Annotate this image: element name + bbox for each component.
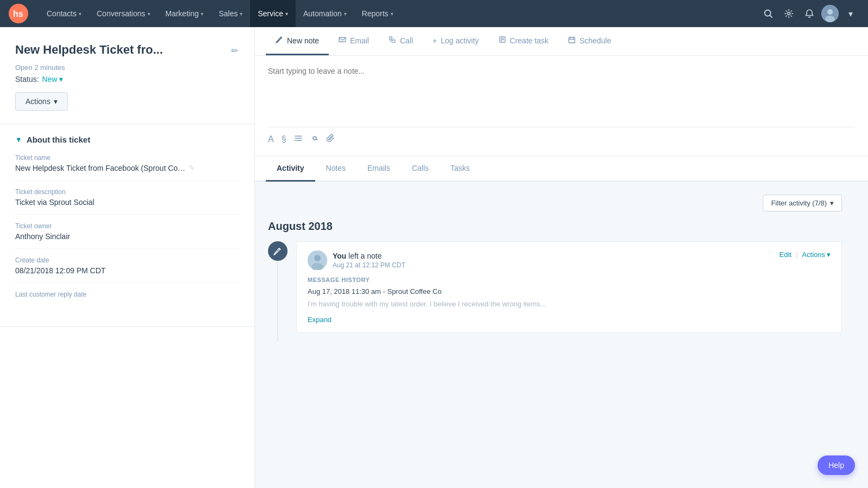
nav-conversations-chevron: ▾ <box>148 11 150 17</box>
create-date-value: 08/21/2018 12:09 PM CDT <box>15 266 239 275</box>
nav-conversations[interactable]: Conversations ▾ <box>89 0 158 27</box>
filter-activity-button[interactable]: Filter activity (7/8) ▾ <box>763 195 842 211</box>
tab-schedule[interactable]: Schedule <box>558 27 621 55</box>
about-header: ▼ About this ticket <box>15 135 239 144</box>
last-reply-label: Last customer reply date <box>15 291 239 298</box>
right-panel: New note Email Call <box>255 27 868 488</box>
activity-card: You left a note Aug 21 at 12:12 PM CDT E… <box>296 241 842 333</box>
note-toolbar: A § <box>268 127 855 145</box>
pipe-divider: | <box>796 251 797 259</box>
ticket-owner-value: Anthony Sinclair <box>15 232 239 241</box>
nav-contacts[interactable]: Contacts ▾ <box>39 0 89 27</box>
note-editor: A § <box>255 56 868 156</box>
activity-user-name: You left a note <box>333 252 405 260</box>
ticket-name-edit-icon[interactable]: ✎ <box>189 164 195 172</box>
message-preview: I'm having trouble with my latest order.… <box>308 299 831 310</box>
activity-edit-link[interactable]: Edit <box>780 251 792 259</box>
actions-chevron-icon: ▾ <box>54 97 58 106</box>
about-section: ▼ About this ticket Ticket name New Help… <box>0 124 254 327</box>
svg-point-7 <box>825 16 835 22</box>
user-avatar[interactable] <box>821 5 839 22</box>
activity-nav: Activity Notes Emails Calls Tasks <box>255 156 868 182</box>
note-textarea[interactable] <box>268 67 855 121</box>
message-entry-date: Aug 17, 2018 11:30 am - Sprout Coffee Co <box>308 287 831 296</box>
nav-service-chevron: ▾ <box>285 11 288 17</box>
top-navigation: hs Contacts ▾ Conversations ▾ Marketing … <box>0 0 868 27</box>
svg-rect-13 <box>569 37 575 43</box>
field-create-date: Create date 08/21/2018 12:09 PM CDT <box>15 256 239 283</box>
status-label: Status: <box>15 75 39 84</box>
tab-log-activity[interactable]: + Log activity <box>423 28 488 55</box>
nav-marketing-chevron: ▾ <box>201 11 203 17</box>
ticket-title-edit-icon[interactable]: ✏ <box>230 44 239 57</box>
svg-rect-8 <box>339 37 346 42</box>
activity-timestamp: Aug 21 at 12:12 PM CDT <box>333 261 405 269</box>
activity-tab-calls[interactable]: Calls <box>401 156 439 182</box>
actions-button[interactable]: Actions ▾ <box>15 92 68 111</box>
user-menu-chevron[interactable]: ▾ <box>842 5 859 22</box>
svg-point-25 <box>314 255 321 261</box>
ticket-status-badge[interactable]: New ▾ <box>42 75 63 84</box>
action-tabs: New note Email Call <box>255 27 868 56</box>
help-button[interactable]: Help <box>818 455 855 475</box>
hubspot-logo[interactable]: hs <box>9 4 28 23</box>
about-toggle-icon[interactable]: ▼ <box>15 136 22 144</box>
activity-timeline <box>268 241 288 342</box>
svg-point-2 <box>765 10 771 16</box>
activity-note-icon <box>268 241 288 261</box>
activity-card-actions: Edit | Actions ▾ <box>780 251 831 259</box>
svg-point-20 <box>295 136 296 137</box>
schedule-icon <box>568 36 576 45</box>
filter-activity-label: Filter activity (7/8) <box>771 199 827 207</box>
status-dropdown-icon: ▾ <box>59 75 63 84</box>
attachment-icon[interactable] <box>327 134 335 145</box>
create-task-icon <box>499 36 506 45</box>
expand-link[interactable]: Expand <box>308 316 331 324</box>
tab-new-note[interactable]: New note <box>266 27 329 55</box>
activity-tab-notes[interactable]: Notes <box>315 156 357 182</box>
nav-marketing[interactable]: Marketing ▾ <box>158 0 211 27</box>
activity-actions-link[interactable]: Actions ▾ <box>802 251 831 259</box>
nav-right: ▾ <box>760 5 859 22</box>
activity-month-label: August 2018 <box>255 220 855 241</box>
activity-tab-activity[interactable]: Activity <box>266 156 315 182</box>
activity-tab-tasks[interactable]: Tasks <box>439 156 481 182</box>
tab-call[interactable]: Call <box>379 27 423 55</box>
svg-line-3 <box>770 16 773 18</box>
paragraph-icon[interactable]: § <box>282 134 286 144</box>
ticket-title-row: New Helpdesk Ticket fro... ✏ <box>15 42 239 58</box>
nav-reports[interactable]: Reports ▾ <box>354 0 401 27</box>
nav-reports-chevron: ▾ <box>391 11 393 17</box>
message-history-label: MESSAGE HISTORY <box>308 277 831 283</box>
activity-tab-emails[interactable]: Emails <box>356 156 401 182</box>
search-icon[interactable] <box>760 5 777 22</box>
nav-service[interactable]: Service ▾ <box>250 0 296 27</box>
nav-sales-label: Sales <box>219 9 238 18</box>
ticket-open-duration: Open 2 minutes <box>15 63 239 72</box>
main-layout: New Helpdesk Ticket fro... ✏ Open 2 minu… <box>0 27 868 488</box>
text-format-icon[interactable]: A <box>268 134 274 144</box>
ticket-description-label: Ticket description <box>15 188 239 196</box>
tab-email[interactable]: Email <box>329 27 379 55</box>
nav-service-label: Service <box>258 9 283 18</box>
nav-automation[interactable]: Automation ▾ <box>296 0 354 27</box>
tab-schedule-label: Schedule <box>579 36 611 45</box>
notifications-icon[interactable] <box>801 5 818 22</box>
settings-icon[interactable] <box>780 5 797 22</box>
tab-email-label: Email <box>350 36 369 45</box>
nav-conversations-label: Conversations <box>97 9 145 18</box>
create-date-label: Create date <box>15 256 239 264</box>
nav-sales[interactable]: Sales ▾ <box>211 0 250 27</box>
mention-icon[interactable] <box>310 134 319 145</box>
activity-actions-chevron: ▾ <box>827 251 831 259</box>
nav-automation-chevron: ▾ <box>344 11 347 17</box>
ticket-name-label: Ticket name <box>15 154 239 162</box>
nav-marketing-label: Marketing <box>165 9 199 18</box>
list-icon[interactable] <box>294 134 303 145</box>
actions-label: Actions <box>25 97 50 106</box>
tab-create-task[interactable]: Create task <box>489 27 559 55</box>
ticket-title: New Helpdesk Ticket fro... <box>15 42 163 58</box>
status-value: New <box>42 75 58 84</box>
activity-item: You left a note Aug 21 at 12:12 PM CDT E… <box>255 241 855 342</box>
nav-contacts-chevron: ▾ <box>79 11 81 17</box>
